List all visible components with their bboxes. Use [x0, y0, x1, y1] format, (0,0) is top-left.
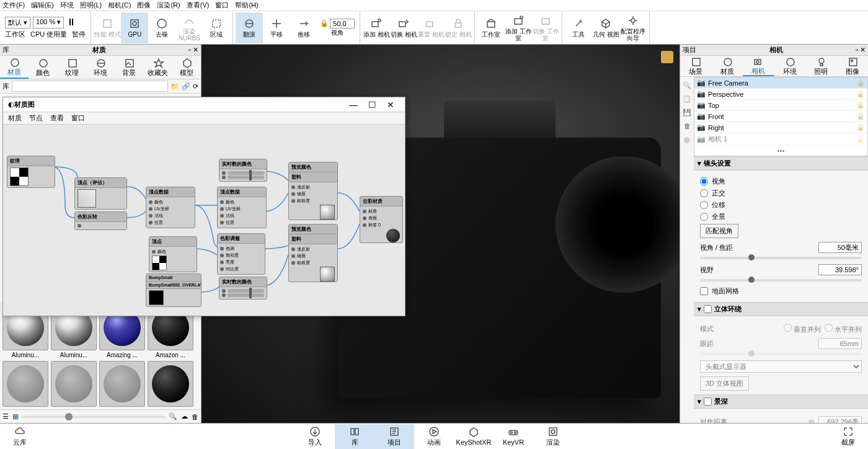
- pause-icon[interactable]: ⏸: [66, 17, 76, 29]
- stereo-view-button[interactable]: 3D 立体视图: [700, 376, 749, 391]
- gpu-button[interactable]: GPU: [121, 12, 148, 43]
- mg-menu-node[interactable]: 节点: [29, 113, 43, 123]
- rp-trash-icon[interactable]: 🗑: [681, 120, 693, 131]
- fov-slider[interactable]: [700, 279, 862, 282]
- config-button[interactable]: 配置程序 向导: [619, 12, 647, 43]
- node-bumpsmall[interactable]: BumpSmall BumpSmall002_OVERLAY_VAR2...: [146, 273, 202, 307]
- thumb-item[interactable]: [51, 361, 97, 407]
- thumb-item[interactable]: [99, 361, 145, 407]
- lock-icon[interactable]: 🔒: [856, 112, 865, 120]
- camera-item[interactable]: 📷相机 1🔒: [694, 133, 867, 146]
- eye-dist-slider[interactable]: [700, 353, 862, 355]
- focal-input[interactable]: [818, 242, 862, 253]
- view-grid-icon[interactable]: ▦: [12, 412, 19, 420]
- lib-tab-env[interactable]: 环境: [86, 56, 115, 79]
- geom-view-button[interactable]: 几何 视图: [592, 12, 619, 43]
- node-realcolor[interactable]: 实时数的颜色: [219, 159, 267, 182]
- menu-lighting[interactable]: 照明(L): [80, 1, 102, 10]
- focus-dist-input[interactable]: [818, 416, 862, 423]
- switch-camera-button[interactable]: 切换 相机: [390, 12, 417, 43]
- link-icon[interactable]: 🔗: [182, 82, 190, 91]
- folder-icon[interactable]: 📁: [170, 82, 179, 91]
- node-color-invert[interactable]: 色彩反转: [74, 211, 127, 230]
- nurbs-button[interactable]: 渲染 NURBS: [175, 12, 203, 43]
- rp-tab-env[interactable]: 环境: [774, 56, 806, 76]
- rp-tab-lighting[interactable]: 照明: [805, 56, 837, 76]
- close-panel-icon[interactable]: ▫ ✕: [188, 46, 198, 54]
- menu-help[interactable]: 帮助(H): [235, 1, 258, 10]
- camera-item[interactable]: 📷Perspective🔒: [694, 89, 867, 100]
- rp-save-icon[interactable]: 💾: [681, 107, 693, 118]
- lens-perspective-radio[interactable]: [700, 177, 708, 185]
- menu-env[interactable]: 环境: [60, 1, 74, 10]
- screenshot-button[interactable]: 截屏: [828, 424, 868, 449]
- lock-icon[interactable]: 🔒: [856, 101, 865, 109]
- maximize-button[interactable]: ☐: [363, 100, 381, 110]
- menu-file[interactable]: 文件(F): [2, 1, 25, 10]
- lock-icon[interactable]: 🔒: [856, 79, 865, 87]
- cloud-icon[interactable]: ☁: [181, 412, 188, 420]
- lib-tab-texture[interactable]: 纹理: [58, 56, 86, 79]
- focal-slider[interactable]: [700, 257, 862, 259]
- preset-combo[interactable]: 默认 ▾: [5, 17, 30, 29]
- node-cloud-mat[interactable]: 云彩材质 材质 表面 标签 0: [360, 196, 403, 243]
- camera-item[interactable]: 📷Front🔒: [694, 111, 867, 122]
- search-icon[interactable]: 🔍: [169, 412, 177, 420]
- lens-ortho-radio[interactable]: [700, 189, 708, 197]
- mg-menu-window[interactable]: 窗口: [71, 113, 85, 123]
- node-graph-canvas[interactable]: 纹理 顶点（评估） 色彩反转 顶点数据 颜色 UV坐标 法线 位置 顶点数据 颜…: [3, 125, 405, 316]
- studio-button[interactable]: 工作室: [477, 12, 505, 43]
- pan-button[interactable]: 平移: [263, 12, 290, 43]
- denoise-button[interactable]: 去噪: [148, 12, 175, 43]
- node-realcolor2[interactable]: 实时数的颜色: [219, 277, 267, 300]
- add-camera-button[interactable]: 添加 相机: [363, 12, 390, 43]
- tumble-button[interactable]: 翻滚: [236, 12, 263, 43]
- lens-pano-radio[interactable]: [700, 213, 708, 221]
- lib-tab-fav[interactable]: 收藏夹: [143, 56, 172, 79]
- lib-search-input[interactable]: [12, 81, 168, 92]
- switch-studio-button[interactable]: 切换 工作室: [532, 12, 559, 43]
- close-button[interactable]: ✕: [381, 100, 400, 110]
- fov-input[interactable]: [330, 19, 355, 29]
- fov-input[interactable]: [818, 264, 862, 275]
- tools-button[interactable]: 工具: [565, 12, 592, 43]
- thumb-item[interactable]: [2, 361, 48, 407]
- rp-tab-camera[interactable]: 相机: [743, 56, 774, 76]
- fov-lock-icon[interactable]: 🔒: [320, 19, 329, 27]
- region-button[interactable]: 区域: [203, 12, 230, 43]
- lib-tab-model[interactable]: 模型: [172, 56, 201, 79]
- render-button[interactable]: 渲染: [533, 424, 573, 449]
- animation-button[interactable]: 动画: [414, 424, 454, 449]
- lib-tab-bg[interactable]: 背景: [115, 56, 143, 79]
- menu-window[interactable]: 窗口: [215, 1, 229, 10]
- rp-tab-material[interactable]: 材质: [712, 56, 743, 76]
- menu-camera[interactable]: 相机(C): [108, 1, 131, 10]
- mg-menu-view[interactable]: 查看: [50, 113, 64, 123]
- camera-item[interactable]: 📷Free Camera🔒: [694, 78, 867, 89]
- cloud-library-button[interactable]: 云库: [0, 424, 40, 449]
- dof-enable-checkbox[interactable]: [704, 398, 712, 406]
- zoom-combo[interactable]: 100 % ▾: [33, 17, 64, 29]
- viewport-badge-icon[interactable]: [661, 51, 673, 63]
- node-vertex-data[interactable]: 顶点数据 颜色 UV坐标 法线 位置: [146, 187, 195, 228]
- menu-edit[interactable]: 编辑(E): [31, 1, 54, 10]
- mg-menu-material[interactable]: 材质: [8, 113, 22, 123]
- stereo-enable-checkbox[interactable]: [704, 305, 712, 313]
- rp-tab-scene[interactable]: 场景: [680, 56, 712, 76]
- eye-dist-input[interactable]: [818, 338, 862, 349]
- project-button[interactable]: 项目: [374, 424, 414, 449]
- perf-mode-button[interactable]: 性能 模式: [94, 12, 121, 43]
- section-stereo[interactable]: ▾立体环绕: [694, 302, 868, 316]
- lock-icon[interactable]: 🔒: [856, 123, 865, 131]
- section-lens[interactable]: ▾镜头设置: [694, 156, 868, 171]
- menu-view[interactable]: 查看(V): [187, 1, 210, 10]
- thumb-item[interactable]: [148, 361, 193, 407]
- rp-search-icon[interactable]: 🔍: [681, 79, 693, 91]
- stereo-h-radio[interactable]: [825, 324, 833, 332]
- lib-tab-color[interactable]: 颜色: [29, 56, 57, 79]
- lock-icon[interactable]: 🔒: [856, 90, 865, 98]
- stereo-v-radio[interactable]: [784, 324, 792, 332]
- node-texture[interactable]: 纹理: [7, 156, 55, 188]
- import-button[interactable]: 导入: [295, 424, 335, 449]
- close-panel-icon[interactable]: ▫ ✕: [856, 46, 866, 54]
